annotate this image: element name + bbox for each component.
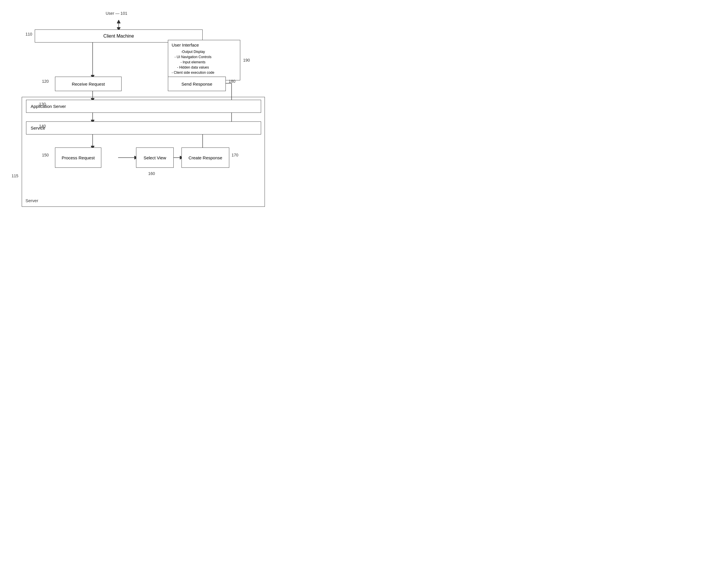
send-response-box: Send Response	[168, 77, 226, 91]
server-label: Server	[25, 198, 38, 203]
process-request-id: 150	[42, 153, 49, 157]
service-box: Service	[26, 121, 261, 135]
application-server-id: 130	[39, 102, 46, 106]
user-interface-box: User Interface -Output Display - UI Navi…	[168, 40, 240, 80]
diagram: User — 101 Client Machine 110 User Inter…	[6, 6, 284, 231]
send-response-id: 180	[229, 79, 235, 84]
user-label: User — 101	[106, 11, 127, 16]
create-response-box: Create Response	[181, 147, 229, 168]
user-interface-details: -Output Display - UI Navigation Controls…	[172, 49, 214, 75]
application-server-box: Application Server	[26, 100, 261, 113]
receive-request-box: Receive Request	[55, 77, 122, 91]
diagram-title: Computer System	[6, 237, 284, 237]
select-view-box: Select View	[136, 147, 174, 168]
client-machine-id: 110	[25, 32, 32, 36]
service-id: 140	[39, 124, 46, 129]
create-response-id: 170	[232, 153, 238, 157]
server-id: 115	[11, 173, 18, 178]
process-request-box: Process Request	[55, 147, 101, 168]
receive-request-id: 120	[42, 79, 49, 84]
select-view-id: 160	[148, 171, 155, 176]
user-interface-id: 190	[243, 58, 250, 62]
